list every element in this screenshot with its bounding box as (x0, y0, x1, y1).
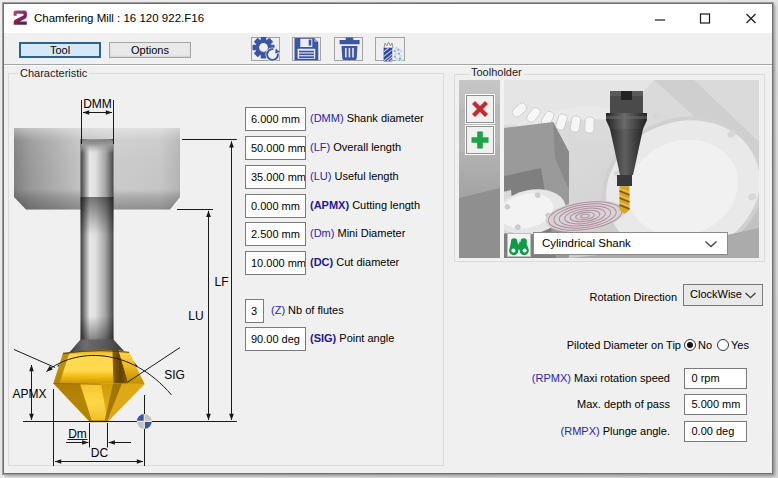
svg-text:APMX: APMX (12, 387, 46, 401)
svg-text:SIG: SIG (164, 368, 185, 382)
svg-text:DC: DC (91, 446, 109, 460)
svg-text:LU: LU (188, 309, 203, 323)
svg-text:DMM: DMM (83, 97, 112, 111)
svg-text:Dm: Dm (68, 427, 87, 441)
svg-text:LF: LF (214, 275, 228, 289)
